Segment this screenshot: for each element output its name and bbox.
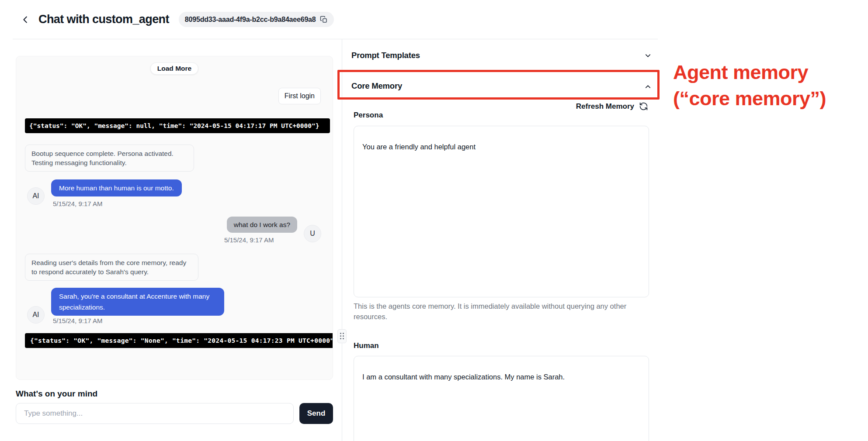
system-json-message: {"status": "OK", "message": "None", "tim… [25,333,333,348]
refresh-memory-button[interactable]: Refresh Memory [576,102,648,111]
core-memory-header[interactable]: Core Memory [351,81,402,91]
send-button[interactable]: Send [299,403,333,424]
user-avatar: U [304,225,321,242]
human-field-container: I am a consultant with many specializati… [354,356,649,441]
ai-avatar: AI [27,306,45,324]
agent-id-badge[interactable]: 8095dd33-aaad-4f9a-b2cc-b9a84aee69a8 [179,12,334,27]
back-button[interactable] [18,12,33,27]
annotation-text: Agent memory (“core memory”) [673,59,826,112]
core-memory-help-text: This is the agents core memory. It is im… [354,301,633,322]
ai-avatar: AI [27,187,45,205]
human-label: Human [354,341,379,350]
page-header: Chat with custom_agent 8095dd33-aaad-4f9… [13,0,658,39]
message-timestamp: 5/15/24, 9:17 AM [53,200,102,207]
chevron-left-icon [21,15,31,24]
ai-message-bubble: Sarah, you're a consultant at Accenture … [51,288,224,316]
system-note-message: Reading user's details from the core mem… [25,254,198,281]
system-note-message: Bootup sequence complete. Persona activa… [25,145,194,172]
refresh-icon [639,102,648,111]
human-textarea[interactable]: I am a consultant with many specializati… [354,356,649,441]
message-timestamp: 5/15/24, 9:17 AM [53,317,102,324]
message-timestamp: 5/15/24, 9:17 AM [224,236,274,244]
user-message-bubble: what do I work as? [227,217,297,233]
annotation-line-2: (“core memory”) [673,86,826,112]
page-title: Chat with custom_agent [38,13,169,26]
system-json-message: {"status": "OK", "message": null, "time"… [25,118,330,133]
chevron-up-icon[interactable] [644,83,652,91]
composer-label: What's on your mind [16,389,97,399]
persona-label: Persona [354,111,383,120]
agent-id-value: 8095dd33-aaad-4f9a-b2cc-b9a84aee69a8 [185,16,316,24]
agent-details-panel: Prompt Templates Core Memory Refresh Mem… [342,39,658,441]
load-more-button[interactable]: Load More [150,62,198,75]
app-root: Chat with custom_agent 8095dd33-aaad-4f9… [0,0,868,441]
chat-panel: Load More First login {"status": "OK", "… [16,56,333,380]
refresh-memory-label: Refresh Memory [576,102,634,111]
first-login-badge: First login [278,88,321,104]
prompt-templates-header[interactable]: Prompt Templates [351,51,420,60]
section-divider [342,71,658,71]
copy-icon[interactable] [320,16,328,24]
persona-textarea[interactable]: You are a friendly and helpful agent [354,126,649,297]
chevron-down-icon[interactable] [644,52,652,60]
message-input[interactable] [16,403,294,424]
persona-field-container: You are a friendly and helpful agent [354,126,649,297]
annotation-line-1: Agent memory [673,59,826,86]
ai-message-bubble: More human than human is our motto. [51,179,182,196]
